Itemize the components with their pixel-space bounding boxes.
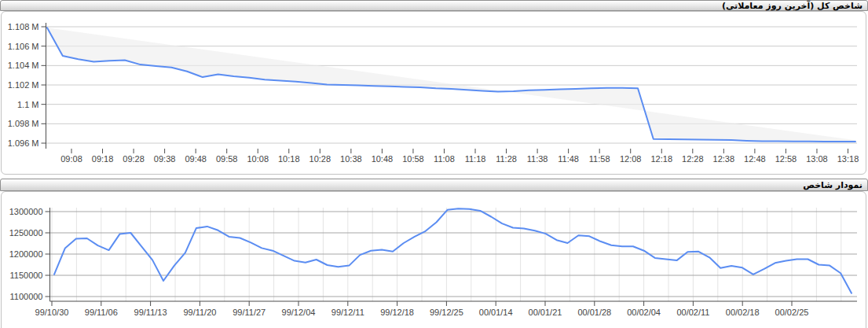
svg-text:1150000: 1150000	[9, 271, 42, 280]
svg-text:00/02/11: 00/02/11	[676, 308, 709, 317]
svg-text:1.1 M: 1.1 M	[17, 100, 39, 109]
svg-text:10:58: 10:58	[402, 154, 424, 164]
svg-text:09:38: 09:38	[154, 154, 176, 164]
svg-text:09:18: 09:18	[92, 154, 114, 164]
svg-text:00/01/21: 00/01/21	[529, 308, 562, 317]
svg-text:1100000: 1100000	[9, 292, 42, 301]
svg-text:11:28: 11:28	[496, 154, 517, 164]
svg-text:1.108 M: 1.108 M	[8, 22, 39, 31]
svg-text:1.098 M: 1.098 M	[8, 119, 39, 128]
history-panel-title: نمودار شاخص	[803, 179, 863, 190]
svg-text:11:18: 11:18	[465, 154, 486, 164]
svg-text:99/10/30: 99/10/30	[35, 308, 69, 317]
svg-text:99/11/20: 99/11/20	[183, 308, 216, 317]
svg-text:1.102 M: 1.102 M	[8, 80, 39, 90]
index-dashboard: { "header_top": { "title": "شاخص کل (آخر…	[0, 0, 868, 328]
svg-text:10:28: 10:28	[309, 154, 331, 164]
svg-text:99/12/04: 99/12/04	[282, 308, 316, 317]
svg-text:13:18: 13:18	[837, 154, 859, 164]
svg-text:13:08: 13:08	[806, 154, 828, 164]
svg-text:10:08: 10:08	[247, 154, 269, 164]
svg-text:99/12/18: 99/12/18	[380, 308, 414, 317]
svg-text:09:08: 09:08	[60, 154, 82, 164]
svg-text:12:08: 12:08	[620, 154, 642, 164]
svg-text:09:28: 09:28	[123, 154, 145, 164]
svg-text:99/12/25: 99/12/25	[430, 308, 463, 317]
svg-text:1250000: 1250000	[9, 228, 43, 238]
svg-text:99/11/27: 99/11/27	[233, 308, 266, 317]
svg-text:10:48: 10:48	[372, 154, 394, 164]
svg-text:00/02/18: 00/02/18	[726, 308, 760, 317]
svg-text:09:58: 09:58	[216, 154, 238, 164]
svg-text:12:38: 12:38	[713, 154, 735, 164]
svg-text:12:18: 12:18	[650, 154, 672, 164]
svg-text:09:48: 09:48	[185, 154, 207, 164]
history-panel-header: نمودار شاخص	[0, 179, 868, 191]
svg-text:11:58: 11:58	[589, 154, 610, 164]
svg-text:12:58: 12:58	[775, 154, 797, 164]
svg-text:1300000: 1300000	[9, 207, 43, 216]
svg-text:1200000: 1200000	[9, 249, 43, 259]
intraday-panel-title: شاخص کل (آخرین روز معاملاتی)	[722, 1, 863, 10]
intraday-index-chart[interactable]: 1.108 M1.106 M1.104 M1.102 M1.1 M1.098 M…	[2, 12, 866, 174]
svg-text:00/02/04: 00/02/04	[627, 308, 661, 317]
svg-text:11:08: 11:08	[434, 154, 455, 164]
svg-text:99/11/06: 99/11/06	[85, 308, 118, 317]
index-history-chart[interactable]: 1300000125000012000001150000110000099/10…	[2, 192, 866, 328]
svg-text:1.106 M: 1.106 M	[8, 42, 39, 51]
svg-text:12:28: 12:28	[682, 154, 704, 164]
svg-text:11:48: 11:48	[558, 154, 579, 164]
svg-text:10:38: 10:38	[340, 154, 362, 164]
svg-text:00/01/28: 00/01/28	[577, 308, 611, 317]
svg-text:11:38: 11:38	[527, 154, 548, 164]
svg-text:12:48: 12:48	[744, 154, 766, 164]
svg-text:10:18: 10:18	[278, 154, 300, 164]
svg-text:00/01/14: 00/01/14	[479, 308, 513, 317]
svg-text:99/11/13: 99/11/13	[134, 308, 167, 317]
intraday-index-panel: 1.108 M1.106 M1.104 M1.102 M1.1 M1.098 M…	[1, 11, 866, 175]
svg-text:00/02/25: 00/02/25	[775, 308, 809, 317]
intraday-panel-header: شاخص کل (آخرین روز معاملاتی)	[0, 0, 868, 11]
svg-text:1.096 M: 1.096 M	[8, 138, 39, 148]
index-history-panel: 1300000125000012000001150000110000099/10…	[1, 191, 866, 328]
svg-text:1.104 M: 1.104 M	[8, 61, 39, 70]
svg-text:99/12/11: 99/12/11	[331, 308, 364, 317]
